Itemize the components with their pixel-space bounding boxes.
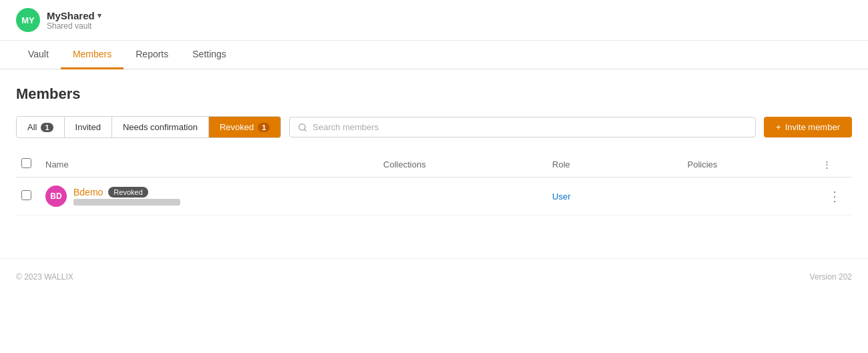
plus-icon: + <box>776 122 781 132</box>
footer-version: Version 202 <box>810 272 852 282</box>
footer: © 2023 WALLIX Version 202 <box>0 258 868 295</box>
table-actions-icon: ⋮ <box>823 159 831 169</box>
row-actions-cell: ⋮ <box>817 178 852 216</box>
members-table-container: Name Collections Role Policies ⋮ <box>16 151 852 216</box>
status-badge: Revoked <box>108 187 148 198</box>
table-row: BD Bdemo Revoked <box>16 178 852 216</box>
vault-name[interactable]: MyShared ▾ <box>47 10 101 21</box>
filter-tab-needs-confirmation[interactable]: Needs confirmation <box>112 117 209 137</box>
col-header-name: Name <box>40 151 378 178</box>
filter-row: All 1 Invited Needs confirmation Revoked… <box>16 116 852 138</box>
col-header-collections: Collections <box>378 151 547 178</box>
row-policies-cell <box>682 178 817 216</box>
tab-reports[interactable]: Reports <box>124 41 180 69</box>
header: MY MyShared ▾ Shared vault <box>0 0 868 41</box>
member-email <box>73 199 180 206</box>
page-content: Members All 1 Invited Needs confirmation… <box>0 69 868 232</box>
member-info: Bdemo Revoked <box>73 187 180 206</box>
revoked-badge: 1 <box>258 123 270 132</box>
svg-line-1 <box>304 129 306 131</box>
vault-type: Shared vault <box>47 21 101 31</box>
filter-tab-invited[interactable]: Invited <box>65 117 112 137</box>
vault-info: MyShared ▾ Shared vault <box>47 10 101 31</box>
filter-tabs: All 1 Invited Needs confirmation Revoked… <box>16 116 281 138</box>
chevron-down-icon: ▾ <box>97 11 101 20</box>
nav-tabs: Vault Members Reports Settings <box>0 41 868 69</box>
row-name-cell: BD Bdemo Revoked <box>40 178 378 216</box>
member-name: Bdemo Revoked <box>73 187 180 198</box>
filter-tab-all[interactable]: All 1 <box>17 117 65 137</box>
col-header-role: Role <box>547 151 682 178</box>
search-input[interactable] <box>312 122 747 132</box>
row-role-cell: User <box>547 178 682 216</box>
all-badge: 1 <box>41 123 53 132</box>
col-header-policies: Policies <box>682 151 817 178</box>
tab-members[interactable]: Members <box>61 41 124 69</box>
tab-vault[interactable]: Vault <box>16 41 61 69</box>
footer-copyright: © 2023 WALLIX <box>16 272 73 282</box>
row-checkbox[interactable] <box>21 190 31 200</box>
col-header-actions: ⋮ <box>817 151 852 178</box>
search-icon <box>298 123 307 132</box>
select-all-checkbox[interactable] <box>21 158 31 168</box>
row-check-cell <box>16 178 40 216</box>
row-collections-cell <box>378 178 547 216</box>
page-title: Members <box>16 85 852 103</box>
filter-tab-revoked[interactable]: Revoked 1 <box>209 117 280 137</box>
vault-avatar: MY <box>16 8 40 32</box>
avatar: BD <box>45 186 67 207</box>
members-table: Name Collections Role Policies ⋮ <box>16 151 852 216</box>
invite-member-button[interactable]: + Invite member <box>764 117 852 137</box>
search-box <box>289 117 756 137</box>
row-actions-button[interactable]: ⋮ <box>823 187 847 206</box>
tab-settings[interactable]: Settings <box>180 41 238 69</box>
col-header-check <box>16 151 40 178</box>
